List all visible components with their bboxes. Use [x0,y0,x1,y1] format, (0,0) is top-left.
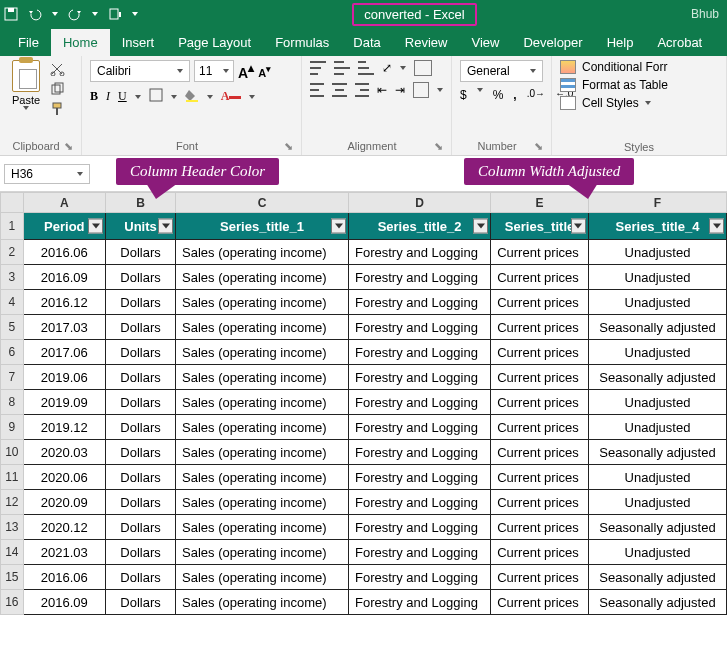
cell-series-2[interactable]: Forestry and Logging [349,440,491,465]
cell-series-4[interactable]: Seasonally adjusted [588,440,726,465]
filter-button[interactable] [571,219,586,234]
cell-series-4[interactable]: Seasonally adjusted [588,315,726,340]
cell-series-1[interactable]: Sales (operating income) [176,415,349,440]
tab-formulas[interactable]: Formulas [263,29,341,56]
cell-series-1[interactable]: Sales (operating income) [176,565,349,590]
cell-period[interactable]: 2016.09 [23,265,105,290]
cell-period[interactable]: 2016.06 [23,565,105,590]
row-header[interactable]: 4 [1,290,24,315]
cell-units[interactable]: Dollars [106,290,176,315]
row-header[interactable]: 9 [1,415,24,440]
cell-series-4[interactable]: Unadjusted [588,265,726,290]
cell-series-title[interactable]: Current prices [491,290,589,315]
cell-series-4[interactable]: Unadjusted [588,490,726,515]
cell-period[interactable]: 2016.09 [23,590,105,615]
accounting-dropdown-icon[interactable] [477,88,483,92]
cell-period[interactable]: 2020.09 [23,490,105,515]
tab-help[interactable]: Help [595,29,646,56]
row-header[interactable]: 2 [1,240,24,265]
touch-mode-icon[interactable] [108,7,122,21]
undo-dropdown-icon[interactable] [52,12,58,16]
increase-indent-icon[interactable]: ⇥ [395,83,405,97]
align-bottom-icon[interactable] [358,61,374,75]
italic-button[interactable]: I [106,89,110,104]
cell-series-2[interactable]: Forestry and Logging [349,590,491,615]
cell-series-1[interactable]: Sales (operating income) [176,365,349,390]
merge-dropdown-icon[interactable] [437,88,443,92]
redo-icon[interactable] [68,7,82,21]
cell-units[interactable]: Dollars [106,390,176,415]
cell-series-2[interactable]: Forestry and Logging [349,290,491,315]
cell-units[interactable]: Dollars [106,465,176,490]
format-as-table-button[interactable]: Format as Table [560,78,718,92]
tab-page-layout[interactable]: Page Layout [166,29,263,56]
paste-button[interactable]: Paste [8,60,44,118]
cell-series-2[interactable]: Forestry and Logging [349,415,491,440]
increase-decimal-icon[interactable]: .0→ [527,88,545,102]
header-period[interactable]: Period [23,213,105,240]
copy-icon[interactable] [50,82,68,98]
fill-color-icon[interactable] [185,88,199,105]
cell-series-4[interactable]: Unadjusted [588,465,726,490]
cell-series-title[interactable]: Current prices [491,365,589,390]
tab-data[interactable]: Data [341,29,392,56]
select-all-corner[interactable] [1,193,24,213]
cell-series-2[interactable]: Forestry and Logging [349,490,491,515]
cell-series-title[interactable]: Current prices [491,340,589,365]
cell-series-1[interactable]: Sales (operating income) [176,515,349,540]
formula-bar[interactable]: Column Header Color Column Width Adjuste… [94,162,727,186]
cell-series-4[interactable]: Seasonally adjusted [588,515,726,540]
increase-font-icon[interactable]: A▴ [238,61,254,81]
cell-period[interactable]: 2016.06 [23,240,105,265]
cell-units[interactable]: Dollars [106,540,176,565]
cell-series-4[interactable]: Seasonally adjusted [588,565,726,590]
tab-acrobat[interactable]: Acrobat [645,29,714,56]
font-name-selector[interactable]: Calibri [90,60,190,82]
underline-dropdown-icon[interactable] [135,95,141,99]
cell-series-2[interactable]: Forestry and Logging [349,315,491,340]
orientation-icon[interactable]: ⤢ [382,61,392,75]
align-middle-icon[interactable] [334,61,350,75]
fill-dropdown-icon[interactable] [207,95,213,99]
cell-series-title[interactable]: Current prices [491,265,589,290]
cell-series-4[interactable]: Seasonally adjusted [588,590,726,615]
align-center-icon[interactable] [332,83,346,97]
cell-period[interactable]: 2017.06 [23,340,105,365]
tab-insert[interactable]: Insert [110,29,167,56]
col-header-a[interactable]: A [23,193,105,213]
cell-styles-button[interactable]: Cell Styles [560,96,718,110]
cell-units[interactable]: Dollars [106,365,176,390]
cell-series-title[interactable]: Current prices [491,540,589,565]
row-header[interactable]: 10 [1,440,24,465]
cell-series-4[interactable]: Unadjusted [588,240,726,265]
cell-units[interactable]: Dollars [106,565,176,590]
cell-period[interactable]: 2021.03 [23,540,105,565]
col-header-d[interactable]: D [349,193,491,213]
cell-units[interactable]: Dollars [106,490,176,515]
row-header[interactable]: 8 [1,390,24,415]
comma-format-icon[interactable]: , [513,88,516,102]
font-size-selector[interactable]: 11 [194,60,234,82]
border-icon[interactable] [149,88,163,105]
header-series-2[interactable]: Series_title_2 [349,213,491,240]
name-box[interactable]: H36 [4,164,90,184]
cell-series-1[interactable]: Sales (operating income) [176,440,349,465]
cell-series-4[interactable]: Unadjusted [588,390,726,415]
row-header[interactable]: 15 [1,565,24,590]
cell-units[interactable]: Dollars [106,440,176,465]
cell-series-2[interactable]: Forestry and Logging [349,390,491,415]
accounting-format-icon[interactable]: $ [460,88,467,102]
header-units[interactable]: Units [106,213,176,240]
cell-units[interactable]: Dollars [106,590,176,615]
col-header-f[interactable]: F [588,193,726,213]
percent-format-icon[interactable]: % [493,88,504,102]
align-left-icon[interactable] [310,83,324,97]
cell-series-1[interactable]: Sales (operating income) [176,240,349,265]
cell-units[interactable]: Dollars [106,340,176,365]
number-launcher-icon[interactable]: ⬊ [534,140,543,153]
cell-series-title[interactable]: Current prices [491,590,589,615]
align-right-icon[interactable] [355,83,369,97]
clipboard-launcher-icon[interactable]: ⬊ [64,140,73,153]
bold-button[interactable]: B [90,89,98,104]
cell-units[interactable]: Dollars [106,265,176,290]
